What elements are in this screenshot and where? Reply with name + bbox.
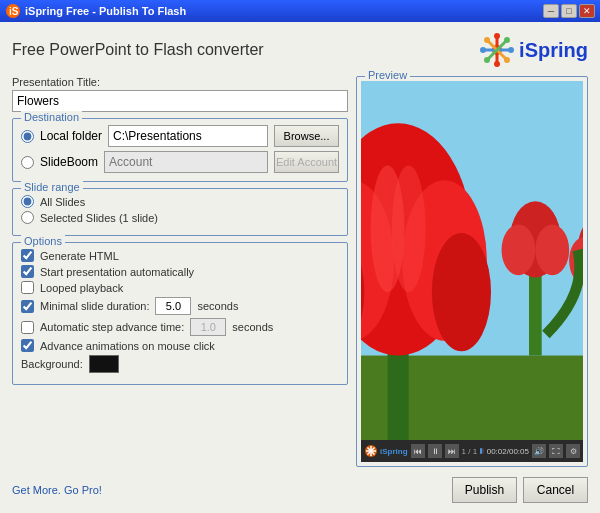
title-bar: iS iSpring Free - Publish To Flash ─ □ ✕ bbox=[0, 0, 600, 22]
auto-advance-checkbox[interactable] bbox=[21, 321, 34, 334]
maximize-button[interactable]: □ bbox=[561, 4, 577, 18]
auto-advance-input[interactable] bbox=[190, 318, 226, 336]
background-color-swatch[interactable] bbox=[89, 355, 119, 373]
minimal-duration-label: Minimal slide duration: bbox=[40, 300, 149, 312]
svg-point-34 bbox=[432, 233, 491, 351]
start-auto-row: Start presentation automatically bbox=[21, 265, 339, 278]
svg-point-36 bbox=[392, 165, 426, 292]
preview-controls: iSpring ⏮ ⏸ ⏭ 1 / 1 00:02/00:05 🔊 ⛶ ⚙ bbox=[361, 440, 583, 462]
local-folder-path-input[interactable] bbox=[108, 125, 268, 147]
looped-playback-row: Looped playback bbox=[21, 281, 339, 294]
ispring-logo-text: iSpring bbox=[519, 39, 588, 62]
bottom-bar: Get More. Go Pro! Publish Cancel bbox=[12, 473, 588, 503]
presentation-title-section: Presentation Title: bbox=[12, 76, 348, 112]
minimize-button[interactable]: ─ bbox=[543, 4, 559, 18]
app-icon: iS bbox=[5, 3, 21, 19]
slide-info: 1 / 1 bbox=[462, 447, 478, 456]
time-current: 00:02 bbox=[487, 447, 507, 456]
volume-button[interactable]: 🔊 bbox=[532, 444, 546, 458]
player-brand-text: iSpring bbox=[380, 447, 408, 456]
destination-local-row: Local folder Browse... bbox=[21, 125, 339, 147]
svg-point-8 bbox=[494, 61, 500, 67]
generate-html-checkbox[interactable] bbox=[21, 249, 34, 262]
minimal-duration-input[interactable] bbox=[155, 297, 191, 315]
svg-point-9 bbox=[480, 47, 486, 53]
selected-slides-radio[interactable] bbox=[21, 211, 34, 224]
prev-button[interactable]: ⏮ bbox=[411, 444, 425, 458]
auto-advance-row: Automatic step advance time: seconds bbox=[21, 318, 339, 336]
next-button[interactable]: ⏭ bbox=[445, 444, 459, 458]
start-auto-checkbox[interactable] bbox=[21, 265, 34, 278]
left-panel: Presentation Title: Destination Local fo… bbox=[12, 76, 348, 467]
auto-advance-unit: seconds bbox=[232, 321, 273, 333]
auto-advance-label: Automatic step advance time: bbox=[40, 321, 184, 333]
svg-point-11 bbox=[484, 37, 490, 43]
destination-slideboom-row: SlideBoom Edit Account bbox=[21, 151, 339, 173]
right-panel: Preview bbox=[356, 76, 588, 467]
local-folder-label: Local folder bbox=[40, 129, 102, 143]
svg-point-19 bbox=[502, 225, 536, 276]
main-window: Free PowerPoint to Flash converter iSpri… bbox=[0, 22, 600, 513]
slideboom-radio[interactable] bbox=[21, 156, 34, 169]
preview-image bbox=[361, 81, 583, 440]
svg-point-12 bbox=[504, 57, 510, 63]
advance-animations-row: Advance animations on mouse click bbox=[21, 339, 339, 352]
looped-playback-checkbox[interactable] bbox=[21, 281, 34, 294]
progress-bar[interactable] bbox=[480, 448, 484, 454]
presentation-title-input[interactable] bbox=[12, 90, 348, 112]
slide-range-group: Slide range All Slides Selected Slides (… bbox=[12, 188, 348, 236]
close-button[interactable]: ✕ bbox=[579, 4, 595, 18]
content-area: Presentation Title: Destination Local fo… bbox=[12, 76, 588, 467]
time-total: 00:05 bbox=[509, 447, 529, 456]
selected-slides-row: Selected Slides (1 slide) bbox=[21, 211, 339, 224]
ispring-logo-icon bbox=[479, 32, 515, 68]
advance-animations-checkbox[interactable] bbox=[21, 339, 34, 352]
progress-fill bbox=[480, 448, 481, 454]
play-pause-button[interactable]: ⏸ bbox=[428, 444, 442, 458]
player-logo: iSpring bbox=[364, 444, 408, 458]
settings-button[interactable]: ⚙ bbox=[566, 444, 580, 458]
action-buttons: Publish Cancel bbox=[452, 477, 588, 503]
start-auto-label: Start presentation automatically bbox=[40, 266, 194, 278]
slideboom-account-input[interactable] bbox=[104, 151, 268, 173]
minimal-duration-row: Minimal slide duration: seconds bbox=[21, 297, 339, 315]
publish-button[interactable]: Publish bbox=[452, 477, 517, 503]
slide-range-label: Slide range bbox=[21, 181, 83, 193]
local-folder-radio[interactable] bbox=[21, 130, 34, 143]
window-title: iSpring Free - Publish To Flash bbox=[25, 5, 186, 17]
time-display: 00:02/00:05 bbox=[487, 447, 529, 456]
ispring-logo: iSpring bbox=[479, 32, 588, 68]
edit-account-button[interactable]: Edit Account bbox=[274, 151, 339, 173]
cancel-button[interactable]: Cancel bbox=[523, 477, 588, 503]
all-slides-label: All Slides bbox=[40, 196, 85, 208]
destination-group: Destination Local folder Browse... Slide… bbox=[12, 118, 348, 182]
all-slides-radio[interactable] bbox=[21, 195, 34, 208]
svg-point-14 bbox=[484, 57, 490, 63]
svg-text:iS: iS bbox=[9, 6, 19, 17]
title-bar-left: iS iSpring Free - Publish To Flash bbox=[5, 3, 186, 19]
selected-slides-label: Selected Slides (1 slide) bbox=[40, 212, 158, 224]
all-slides-row: All Slides bbox=[21, 195, 339, 208]
options-label: Options bbox=[21, 235, 65, 247]
generate-html-row: Generate HTML bbox=[21, 249, 339, 262]
presentation-title-label: Presentation Title: bbox=[12, 76, 348, 88]
minimal-duration-checkbox[interactable] bbox=[21, 300, 34, 313]
generate-html-label: Generate HTML bbox=[40, 250, 119, 262]
title-bar-controls: ─ □ ✕ bbox=[543, 4, 595, 18]
header-row: Free PowerPoint to Flash converter iSpri… bbox=[12, 32, 588, 68]
options-group: Options Generate HTML Start presentation… bbox=[12, 242, 348, 385]
fullscreen-button[interactable]: ⛶ bbox=[549, 444, 563, 458]
svg-point-10 bbox=[508, 47, 514, 53]
app-title: Free PowerPoint to Flash converter bbox=[12, 41, 264, 59]
get-more-link[interactable]: Get More. Go Pro! bbox=[12, 484, 102, 496]
svg-point-13 bbox=[504, 37, 510, 43]
player-logo-icon bbox=[364, 444, 378, 458]
tulip-svg bbox=[361, 81, 583, 440]
svg-point-20 bbox=[535, 225, 569, 276]
minimal-duration-unit: seconds bbox=[197, 300, 238, 312]
preview-label: Preview bbox=[365, 69, 410, 81]
preview-box: Preview bbox=[356, 76, 588, 467]
advance-animations-label: Advance animations on mouse click bbox=[40, 340, 215, 352]
browse-button[interactable]: Browse... bbox=[274, 125, 339, 147]
looped-playback-label: Looped playback bbox=[40, 282, 123, 294]
